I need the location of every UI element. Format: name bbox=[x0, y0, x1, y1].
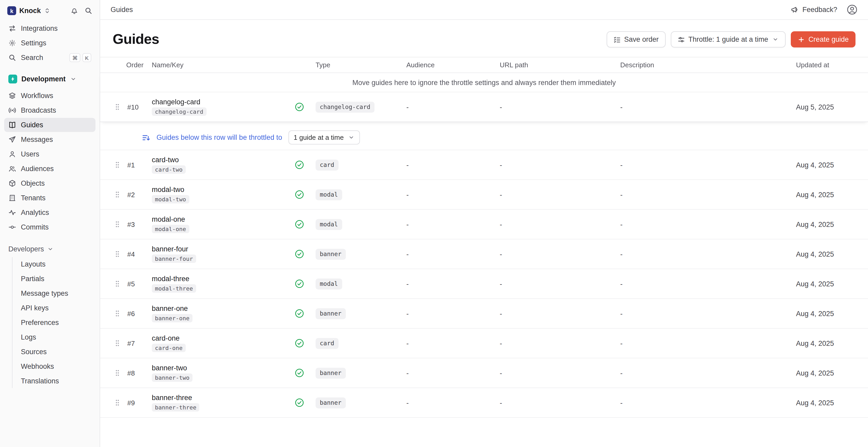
guide-name-link[interactable]: modal-one bbox=[152, 215, 189, 223]
page-header: Guides Save order Throttle: 1 guide at a… bbox=[100, 20, 868, 57]
sidebar-item-integrations[interactable]: Integrations bbox=[4, 21, 95, 35]
sidebar-item-objects[interactable]: Objects bbox=[4, 176, 95, 190]
guide-row-modal-three[interactable]: #5 modal-three modal-three modal - - - A… bbox=[100, 268, 868, 298]
feedback-button[interactable]: Feedback? bbox=[791, 6, 837, 13]
type-badge: banner bbox=[316, 368, 346, 378]
throttle-icon bbox=[677, 36, 685, 43]
development-section-label: Development bbox=[21, 75, 66, 83]
guide-name-link[interactable]: changelog-card bbox=[152, 98, 206, 106]
table-header: Order Name/Key Type Audience URL path De… bbox=[100, 57, 868, 73]
description-cell: - bbox=[620, 191, 796, 198]
guide-name-link[interactable]: banner-four bbox=[152, 245, 196, 253]
gear-icon bbox=[8, 39, 16, 47]
sidebar-item-users[interactable]: Users bbox=[4, 147, 95, 161]
development-nav: Workflows Broadcasts Guides Messages Use… bbox=[4, 89, 95, 234]
guide-row-banner-one[interactable]: #6 banner-one banner-one banner - - - Au… bbox=[100, 298, 868, 328]
guide-name-link[interactable]: modal-three bbox=[152, 275, 196, 283]
guide-name-link[interactable]: card-one bbox=[152, 334, 186, 342]
sidebar-item-workflows[interactable]: Workflows bbox=[4, 89, 95, 103]
sidebar-item-tenants[interactable]: Tenants bbox=[4, 191, 95, 205]
drag-handle[interactable] bbox=[108, 250, 126, 258]
drag-handle[interactable] bbox=[108, 398, 126, 407]
column-description: Description bbox=[620, 61, 796, 69]
name-cell: card-two card-two bbox=[152, 156, 316, 174]
sidebar-item-layouts[interactable]: Layouts bbox=[17, 257, 95, 271]
audience-cell: - bbox=[406, 103, 500, 111]
breadcrumb[interactable]: Guides bbox=[111, 6, 133, 13]
type-cell: changelog-card bbox=[316, 101, 406, 113]
guide-name-link[interactable]: card-two bbox=[152, 156, 186, 164]
guide-row-modal-one[interactable]: #3 modal-one modal-one modal - - - Aug 4… bbox=[100, 209, 868, 239]
avatar[interactable] bbox=[847, 4, 858, 15]
commits-icon bbox=[8, 223, 16, 231]
drag-handle[interactable] bbox=[108, 280, 126, 288]
type-cell: modal bbox=[316, 189, 406, 200]
check-circle-icon bbox=[295, 309, 304, 318]
guide-name-link[interactable]: banner-two bbox=[152, 364, 192, 372]
bell-icon[interactable] bbox=[70, 7, 78, 14]
check-circle-icon bbox=[295, 249, 304, 259]
audience-cell: - bbox=[406, 191, 500, 198]
drag-handle[interactable] bbox=[108, 339, 126, 347]
guide-row-card-one[interactable]: #7 card-one card-one card - - - Aug 4, 2… bbox=[100, 328, 868, 358]
create-guide-button[interactable]: Create guide bbox=[790, 31, 856, 47]
sidebar-item-guides[interactable]: Guides bbox=[4, 118, 95, 132]
sidebar-item-search[interactable]: Search ⌘ K bbox=[4, 51, 95, 65]
save-order-button[interactable]: Save order bbox=[607, 31, 665, 47]
guide-row-changelog-card[interactable]: #10 changelog-card changelog-card change… bbox=[100, 92, 868, 122]
sidebar-item-messages[interactable]: Messages bbox=[4, 132, 95, 147]
sidebar-item-analytics[interactable]: Analytics bbox=[4, 205, 95, 220]
sidebar-item-label: API keys bbox=[21, 304, 49, 312]
description-cell: - bbox=[620, 280, 796, 288]
drag-handle[interactable] bbox=[108, 103, 126, 111]
sidebar-item-logs[interactable]: Logs bbox=[17, 330, 95, 344]
url-path-cell: - bbox=[500, 369, 620, 377]
sidebar-item-translations[interactable]: Translations bbox=[17, 374, 95, 388]
sidebar-item-settings[interactable]: Settings bbox=[4, 36, 95, 50]
guide-row-banner-four[interactable]: #4 banner-four banner-four banner - - - … bbox=[100, 239, 868, 268]
throttle-divider-select[interactable]: 1 guide at a time bbox=[288, 130, 360, 145]
guide-name-link[interactable]: banner-three bbox=[152, 394, 199, 402]
sidebar-item-label: Webhooks bbox=[21, 362, 54, 370]
sidebar-item-broadcasts[interactable]: Broadcasts bbox=[4, 103, 95, 117]
drag-handle[interactable] bbox=[108, 161, 126, 169]
drag-handle[interactable] bbox=[108, 190, 126, 199]
sidebar-item-partials[interactable]: Partials bbox=[17, 272, 95, 286]
sidebar-search-icon[interactable] bbox=[85, 7, 92, 14]
throttle-button[interactable]: Throttle: 1 guide at a time bbox=[671, 31, 785, 47]
sidebar-top-nav: Integrations Settings Search ⌘ K bbox=[4, 21, 95, 65]
chevron-down-icon bbox=[70, 75, 77, 82]
guide-key-badge: card-one bbox=[152, 344, 186, 352]
type-badge: banner bbox=[316, 397, 346, 408]
workspace-switcher[interactable]: k Knock bbox=[4, 5, 95, 21]
guide-row-modal-two[interactable]: #2 modal-two modal-two modal - - - Aug 4… bbox=[100, 180, 868, 209]
description-cell: - bbox=[620, 220, 796, 228]
sidebar-item-sources[interactable]: Sources bbox=[17, 345, 95, 359]
developers-section-header[interactable]: Developers bbox=[4, 242, 95, 256]
sidebar-item-webhooks[interactable]: Webhooks bbox=[17, 359, 95, 374]
guide-row-banner-three[interactable]: #9 banner-three banner-three banner - - … bbox=[100, 387, 868, 417]
url-path-cell: - bbox=[500, 250, 620, 258]
sidebar-item-api-keys[interactable]: API keys bbox=[17, 301, 95, 315]
updown-icon[interactable] bbox=[44, 7, 51, 14]
sidebar-item-commits[interactable]: Commits bbox=[4, 220, 95, 234]
guide-key-badge: modal-two bbox=[152, 195, 189, 203]
drag-handle[interactable] bbox=[108, 220, 126, 228]
sidebar-item-preferences[interactable]: Preferences bbox=[17, 316, 95, 330]
guide-row-banner-two[interactable]: #8 banner-two banner-two banner - - - Au… bbox=[100, 358, 868, 387]
page-actions: Save order Throttle: 1 guide at a time C… bbox=[607, 31, 856, 47]
guide-row-card-two[interactable]: #1 card-two card-two card - - - Aug 4, 2… bbox=[100, 150, 868, 180]
guide-name-link[interactable]: modal-two bbox=[152, 186, 189, 193]
sidebar-item-label: Analytics bbox=[21, 209, 49, 217]
audience-cell: - bbox=[406, 220, 500, 228]
drag-handle[interactable] bbox=[108, 309, 126, 318]
sidebar-item-message-types[interactable]: Message types bbox=[17, 286, 95, 300]
sidebar-item-label: Messages bbox=[21, 136, 53, 143]
type-cell: banner bbox=[316, 397, 406, 408]
development-section-header[interactable]: Development bbox=[4, 71, 95, 87]
guide-name-link[interactable]: banner-one bbox=[152, 305, 192, 313]
drag-handle[interactable] bbox=[108, 369, 126, 377]
sidebar-item-audiences[interactable]: Audiences bbox=[4, 162, 95, 176]
sidebar-actions bbox=[70, 7, 92, 14]
sidebar-item-label: Commits bbox=[21, 223, 49, 231]
